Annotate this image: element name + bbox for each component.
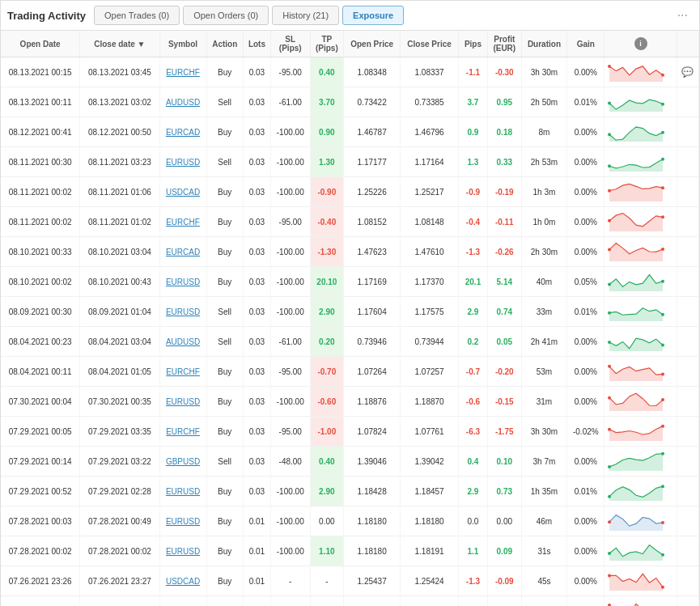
gain: -0.02% — [567, 417, 605, 447]
svg-point-19 — [661, 344, 664, 347]
open-date: 08.13.2021 00:15 — [1, 57, 80, 87]
comment-cell — [677, 596, 698, 607]
symbol[interactable]: EURCAD — [159, 237, 206, 267]
mini-chart-cell — [605, 57, 677, 87]
open-date: 07.29.2021 00:52 — [1, 477, 80, 506]
comment-cell: 💬 — [677, 57, 698, 87]
symbol[interactable]: EURUSD — [159, 387, 206, 417]
symbol[interactable]: EURCAD — [159, 117, 206, 147]
open-date: 08.10.2021 00:33 — [1, 237, 80, 267]
app-container: Trading Activity Open Trades (0)Open Ord… — [0, 0, 700, 606]
mini-chart-cell — [605, 87, 677, 117]
col-pips: Pips — [458, 31, 487, 57]
symbol[interactable]: USDCAD — [159, 566, 206, 596]
action: Buy — [206, 57, 243, 87]
symbol[interactable]: EURUSD — [159, 536, 206, 566]
symbol[interactable]: EURCHF — [159, 57, 206, 87]
comment-cell — [677, 447, 698, 477]
symbol[interactable]: AUDUSD — [159, 87, 206, 117]
action: Buy — [206, 117, 243, 147]
gain: 0.01% — [567, 477, 605, 506]
tab-history[interactable]: History (21) — [272, 6, 339, 25]
pips: -0.6 — [458, 387, 487, 417]
symbol[interactable]: EURUSD — [159, 267, 206, 297]
comment-cell — [677, 327, 698, 357]
duration: 2h 50m — [521, 87, 567, 117]
svg-point-23 — [661, 398, 664, 401]
pips: -2.2 — [458, 596, 487, 607]
action: Sell — [206, 87, 243, 117]
pips: 20.1 — [458, 267, 487, 297]
col-close-price: Close Price — [401, 31, 459, 57]
lots: 0.03 — [243, 417, 270, 447]
svg-point-10 — [608, 219, 611, 222]
tab-exposure[interactable]: Exposure — [342, 6, 404, 25]
table-row: 08.10.2021 00:02 08.10.2021 00:43 EURUSD… — [1, 267, 699, 297]
duration: 3h 30m — [521, 57, 567, 87]
open-price: 1.17177 — [344, 147, 401, 177]
tp: 1.10 — [310, 536, 344, 566]
table-row: 08.11.2021 00:02 08.11.2021 01:06 USDCAD… — [1, 177, 699, 207]
pips: 0.9 — [458, 117, 487, 147]
open-date: 08.04.2021 00:11 — [1, 357, 80, 387]
symbol[interactable]: GBPUSD — [159, 447, 206, 477]
symbol[interactable]: EURCHF — [159, 207, 206, 237]
more-button[interactable]: ··· — [672, 6, 693, 24]
pips: 1.1 — [458, 536, 487, 566]
symbol[interactable]: EURUSD — [159, 297, 206, 327]
tab-open-orders[interactable]: Open Orders (0) — [183, 6, 269, 25]
close-price: 1.39042 — [401, 447, 459, 477]
svg-point-18 — [608, 341, 611, 344]
action: Buy — [206, 506, 243, 536]
table-row: 08.04.2021 00:23 08.04.2021 03:04 AUDUSD… — [1, 327, 699, 357]
gain: 0.01% — [567, 87, 605, 117]
comment-icon[interactable]: 💬 — [681, 66, 694, 78]
svg-point-24 — [608, 428, 611, 431]
open-price: 1.18180 — [344, 506, 401, 536]
profit: 0.10 — [487, 447, 521, 477]
action: Sell — [206, 327, 243, 357]
symbol[interactable]: EURCHF — [159, 357, 206, 387]
pips: -0.4 — [458, 207, 487, 237]
header: Trading Activity Open Trades (0)Open Ord… — [1, 1, 699, 31]
mini-chart-cell — [605, 297, 677, 327]
col-profit: Profit(EUR) — [487, 31, 521, 57]
symbol[interactable]: AUDUSD — [159, 327, 206, 357]
pips: 2.9 — [458, 297, 487, 327]
pips: 3.7 — [458, 87, 487, 117]
close-price: 1.25424 — [401, 566, 459, 596]
symbol[interactable]: EURUSD — [159, 596, 206, 607]
svg-point-29 — [661, 485, 664, 488]
table-row: 08.13.2021 00:15 08.13.2021 03:45 EURCHF… — [1, 57, 699, 87]
symbol[interactable]: USDCAD — [159, 177, 206, 207]
open-price: 1.17169 — [344, 267, 401, 297]
close-date: 08.10.2021 03:04 — [80, 237, 159, 267]
open-price: 1.39046 — [344, 447, 401, 477]
gain: 0.00% — [567, 596, 605, 607]
close-date: 07.29.2021 03:22 — [80, 447, 159, 477]
profit: 0.95 — [487, 87, 521, 117]
gain: 0.00% — [567, 237, 605, 267]
symbol[interactable]: EURUSD — [159, 147, 206, 177]
info-icon[interactable]: i — [634, 37, 647, 50]
gain: 0.00% — [567, 506, 605, 536]
svg-point-25 — [661, 425, 664, 428]
tp: 0.90 — [310, 117, 344, 147]
open-date: 07.26.2021 23:26 — [1, 566, 80, 596]
mini-chart-cell — [605, 596, 677, 607]
tp: 0.40 — [310, 57, 344, 87]
mini-chart-cell — [605, 267, 677, 297]
tp: 20.10 — [310, 267, 344, 297]
close-date: 08.13.2021 03:02 — [80, 87, 159, 117]
symbol[interactable]: EURUSD — [159, 506, 206, 536]
close-price: 0.73944 — [401, 327, 459, 357]
symbol[interactable]: EURCHF — [159, 417, 206, 447]
action: Buy — [206, 237, 243, 267]
pips: -1.3 — [458, 237, 487, 267]
tp: 2.90 — [310, 297, 344, 327]
pips: 0.4 — [458, 447, 487, 477]
symbol[interactable]: EURUSD — [159, 477, 206, 506]
svg-point-5 — [661, 131, 664, 134]
sl: -100.00 — [270, 387, 310, 417]
tab-open-trades[interactable]: Open Trades (0) — [94, 6, 180, 25]
